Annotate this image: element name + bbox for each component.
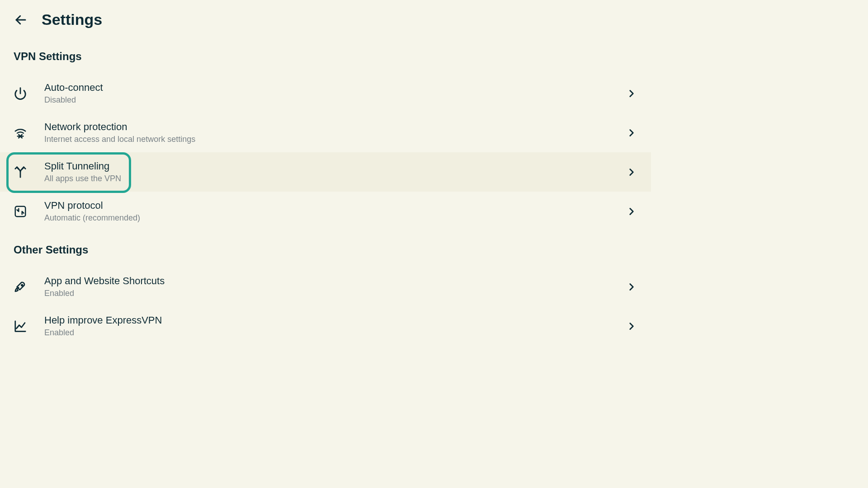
item-title: Split Tunneling xyxy=(44,160,626,172)
item-text: Help improve ExpressVPN Enabled xyxy=(44,314,626,338)
power-icon xyxy=(14,87,35,100)
svg-rect-5 xyxy=(15,206,26,216)
item-subtitle: Disabled xyxy=(44,95,626,105)
chart-line-icon xyxy=(14,319,35,333)
section-label-other: Other Settings xyxy=(0,244,651,256)
settings-list-vpn: Auto-connect Disabled Network protection… xyxy=(0,74,651,231)
item-text: Split Tunneling All apps use the VPN xyxy=(44,160,626,183)
svg-point-6 xyxy=(21,284,23,286)
item-split-tunneling[interactable]: Split Tunneling All apps use the VPN xyxy=(0,152,651,192)
chevron-right-icon xyxy=(626,281,637,293)
split-icon xyxy=(14,165,35,179)
item-network-protection[interactable]: Network protection Internet access and l… xyxy=(0,113,651,152)
item-title: Help improve ExpressVPN xyxy=(44,314,626,326)
item-subtitle: Automatic (recommended) xyxy=(44,213,626,223)
item-vpn-protocol[interactable]: VPN protocol Automatic (recommended) xyxy=(0,192,651,231)
item-subtitle: Enabled xyxy=(44,289,626,298)
item-title: Auto-connect xyxy=(44,82,626,94)
item-text: Network protection Internet access and l… xyxy=(44,121,626,144)
protocol-icon xyxy=(14,205,35,218)
item-text: Auto-connect Disabled xyxy=(44,82,626,105)
item-text: App and Website Shortcuts Enabled xyxy=(44,275,626,298)
item-title: App and Website Shortcuts xyxy=(44,275,626,287)
item-text: VPN protocol Automatic (recommended) xyxy=(44,200,626,223)
chevron-right-icon xyxy=(626,320,637,332)
settings-screen: Settings VPN Settings Auto-connect Disab… xyxy=(0,0,651,366)
item-subtitle: Internet access and local network settin… xyxy=(44,135,626,144)
item-auto-connect[interactable]: Auto-connect Disabled xyxy=(0,74,651,113)
chevron-right-icon xyxy=(626,166,637,178)
arrow-left-icon xyxy=(14,13,28,27)
item-app-website-shortcuts[interactable]: App and Website Shortcuts Enabled xyxy=(0,267,651,306)
header: Settings xyxy=(0,11,651,28)
page-title: Settings xyxy=(42,11,102,28)
item-help-improve[interactable]: Help improve ExpressVPN Enabled xyxy=(0,306,651,346)
chevron-right-icon xyxy=(626,88,637,99)
chevron-right-icon xyxy=(626,127,637,139)
item-title: VPN protocol xyxy=(44,200,626,211)
section-label-vpn: VPN Settings xyxy=(0,50,651,63)
item-subtitle: All apps use the VPN xyxy=(44,174,626,183)
wifi-off-icon xyxy=(14,126,35,140)
settings-list-other: App and Website Shortcuts Enabled Help i… xyxy=(0,267,651,346)
back-button[interactable] xyxy=(13,12,29,28)
item-subtitle: Enabled xyxy=(44,328,626,338)
rocket-icon xyxy=(14,280,35,294)
chevron-right-icon xyxy=(626,206,637,217)
item-title: Network protection xyxy=(44,121,626,133)
